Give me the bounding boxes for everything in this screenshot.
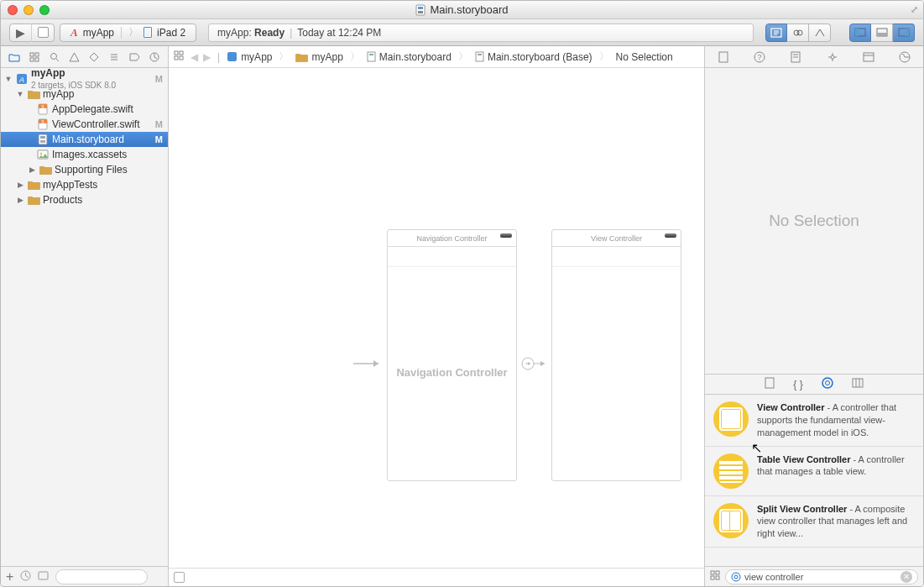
find-navigator-tab[interactable] <box>47 50 62 65</box>
clear-search-button[interactable]: ✕ <box>901 571 912 583</box>
svg-point-19 <box>50 53 56 59</box>
object-library-tab[interactable] <box>822 377 833 391</box>
group-myapptests[interactable]: ▶myAppTests <box>1 177 168 192</box>
file-images-xcassets[interactable]: Images.xcassets <box>1 147 168 162</box>
scope-icon <box>731 572 741 582</box>
scheme-device: iPad 2 <box>157 27 185 39</box>
related-items-icon[interactable] <box>174 50 184 63</box>
project-navigator-tab[interactable] <box>7 50 22 65</box>
svg-rect-63 <box>765 378 774 388</box>
segue-arrow-icon[interactable] <box>519 352 550 375</box>
utilities-panel: ? No Selection { } View Controller - A c… <box>705 46 923 586</box>
code-snippet-library-tab[interactable]: { } <box>793 379 802 390</box>
size-inspector-tab[interactable] <box>859 50 879 65</box>
toolbar: ▶ A myApp 〉 iPad 2 myApp: Ready | Today … <box>1 19 923 46</box>
project-node[interactable]: ▼ A myApp2 targets, iOS SDK 8.0 M <box>1 71 168 86</box>
run-button[interactable]: ▶ <box>10 24 32 42</box>
svg-rect-46 <box>369 54 373 55</box>
svg-rect-2 <box>418 11 423 13</box>
svg-rect-34 <box>40 136 45 139</box>
svg-rect-35 <box>40 140 45 143</box>
split-view-controller-icon <box>713 503 749 538</box>
svg-point-37 <box>40 153 43 155</box>
toggle-debug-button[interactable] <box>871 24 893 42</box>
library-item-table-view-controller[interactable]: Table View Controller - A controller tha… <box>705 447 923 496</box>
jump-bar[interactable]: ◀ ▶ | myApp 〉 myApp 〉 Main.storyboard 〉 … <box>169 46 704 68</box>
toggle-navigator-button[interactable] <box>849 24 871 42</box>
symbol-navigator-tab[interactable] <box>27 50 42 65</box>
media-library-tab[interactable] <box>852 378 864 390</box>
svg-rect-70 <box>716 571 719 574</box>
library-search-field[interactable]: view controller ✕ <box>725 569 918 584</box>
library-view-mode-icon[interactable] <box>710 570 720 583</box>
forward-button[interactable]: ▶ <box>203 51 211 63</box>
jump-bar-selection[interactable]: No Selection <box>616 51 673 63</box>
view-panels-segmented[interactable] <box>849 24 915 42</box>
inspector-tabs: ? <box>705 46 923 68</box>
svg-point-65 <box>825 381 829 385</box>
activity-status: myApp: Ready | Today at 12:24 PM <box>208 24 754 42</box>
test-navigator-tab[interactable] <box>86 50 102 65</box>
editor-area: ◀ ▶ | myApp 〉 myApp 〉 Main.storyboard 〉 … <box>169 46 705 586</box>
version-editor-button[interactable] <box>809 24 831 42</box>
debug-navigator-tab[interactable] <box>107 50 122 65</box>
initial-vc-arrow-icon <box>353 355 385 372</box>
navigator-filter-bar: + <box>1 566 168 586</box>
jump-bar-file[interactable]: Main.storyboard <box>367 51 452 63</box>
scheme-target: myApp <box>83 27 114 39</box>
add-button[interactable]: + <box>6 569 13 584</box>
view-controller-scene[interactable]: View Controller <box>551 229 681 481</box>
svg-rect-18 <box>35 58 39 61</box>
recent-filter-icon[interactable] <box>20 570 31 584</box>
connections-inspector-tab[interactable] <box>895 50 915 65</box>
svg-rect-42 <box>175 56 178 60</box>
svg-rect-48 <box>478 54 482 55</box>
scheme-selector[interactable]: A myApp 〉 iPad 2 <box>60 24 196 42</box>
jump-bar-group[interactable]: myApp <box>295 51 342 63</box>
file-template-library-tab[interactable] <box>765 377 775 391</box>
group-myapp[interactable]: ▼myApp <box>1 86 168 102</box>
svg-rect-72 <box>716 576 719 579</box>
svg-rect-71 <box>711 576 714 579</box>
fullscreen-icon[interactable]: ⤢ <box>911 4 918 15</box>
back-button[interactable]: ◀ <box>191 51 198 63</box>
library-item-split-view-controller[interactable]: Split View Controller - A composite view… <box>705 496 923 548</box>
svg-rect-41 <box>180 51 183 55</box>
inspector-no-selection: No Selection <box>705 68 923 375</box>
quick-help-tab[interactable]: ? <box>749 50 770 65</box>
issue-navigator-tab[interactable] <box>67 50 82 65</box>
svg-rect-40 <box>175 51 178 55</box>
navigator-filter-field[interactable] <box>55 569 148 584</box>
svg-rect-16 <box>35 53 39 56</box>
file-appdelegate[interactable]: SAppDelegate.swift <box>1 102 168 117</box>
standard-editor-button[interactable] <box>765 24 787 42</box>
svg-rect-1 <box>418 7 423 9</box>
storyboard-canvas[interactable]: Navigation Controller Navigation Control… <box>169 68 704 586</box>
svg-rect-69 <box>711 571 714 574</box>
group-supporting-files[interactable]: ▶Supporting Files <box>1 162 168 177</box>
breakpoint-navigator-tab[interactable] <box>127 50 142 65</box>
svg-rect-17 <box>30 58 34 61</box>
assistant-editor-button[interactable] <box>787 24 809 42</box>
jump-bar-base[interactable]: Main.storyboard (Base) <box>475 51 593 63</box>
document-outline-toggle[interactable] <box>174 572 185 583</box>
attributes-inspector-tab[interactable] <box>822 50 843 65</box>
scm-filter-icon[interactable] <box>38 571 49 583</box>
file-viewcontroller[interactable]: SViewController.swiftM <box>1 117 168 132</box>
identity-inspector-tab[interactable] <box>786 50 806 65</box>
file-main-storyboard[interactable]: Main.storyboardM <box>1 132 168 147</box>
jump-bar-project[interactable]: myApp <box>227 51 272 63</box>
file-inspector-tab[interactable] <box>713 50 733 65</box>
window-title: Main.storyboard <box>1 3 923 16</box>
stop-button[interactable] <box>32 24 54 42</box>
svg-rect-43 <box>180 56 183 60</box>
report-navigator-tab[interactable] <box>147 50 162 65</box>
group-products[interactable]: ▶Products <box>1 192 168 207</box>
svg-rect-15 <box>30 53 34 56</box>
canvas-bottom-bar <box>169 568 704 586</box>
toggle-utilities-button[interactable] <box>893 24 915 42</box>
library-item-view-controller[interactable]: View Controller - A controller that supp… <box>705 395 923 447</box>
app-icon: A <box>70 26 78 39</box>
navigation-controller-scene[interactable]: Navigation Controller Navigation Control… <box>387 229 517 481</box>
editor-mode-segmented[interactable] <box>765 24 831 42</box>
